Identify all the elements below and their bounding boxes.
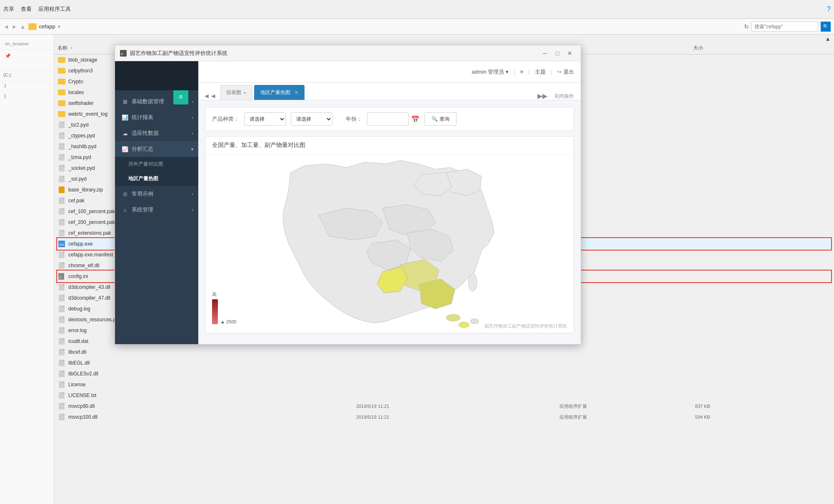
refresh-icon[interactable]: ↻ — [744, 23, 749, 30]
sidebar-item-examples[interactable]: ⊙ 常用示例 ‹ — [115, 186, 198, 202]
close-button[interactable]: ✕ — [564, 47, 576, 59]
legend-high-row: 高 — [212, 291, 236, 298]
sidebar-item-examples-label: 常用示例 — [132, 190, 153, 198]
file-item-license[interactable]: License — [57, 379, 831, 390]
stats-arrow-icon: ‹ — [192, 115, 193, 120]
search-input[interactable] — [752, 22, 818, 32]
map-area: 高 ▲ 2500 — [205, 154, 574, 333]
app-title: 园艺作物加工副产物适宜性评价统计系统 — [130, 50, 536, 57]
trend-icon: 📈 — [122, 146, 128, 152]
sidebar-toggle-button[interactable]: ≡ — [173, 90, 188, 104]
svg-point-6 — [446, 314, 460, 321]
minimize-button[interactable]: ─ — [539, 47, 551, 59]
map-container: 高 ▲ 2500 — [205, 154, 574, 333]
app-titlebar: A 园艺作物加工副产物适宜性评价统计系统 ─ □ ✕ — [115, 45, 581, 61]
sidebar-item-system[interactable]: ⌂ 系统管理 ‹ — [115, 202, 198, 218]
address-right: ↻ 🔍 — [744, 22, 831, 32]
address-folder: cefapp — [39, 23, 55, 30]
header-separator-3: | — [551, 69, 552, 75]
nav-item-browser[interactable]: 📌 — [0, 52, 54, 60]
app-content: 产品种类： 请选择 请选择 年份： 📅 🔍 查询 — [198, 100, 581, 344]
header-separator-2: | — [528, 69, 529, 75]
search-button[interactable]: 🔍 — [821, 22, 831, 32]
product-select-2[interactable]: 请选择 — [291, 112, 332, 126]
up-icon[interactable]: ▲ — [20, 23, 26, 30]
layout-icon: ≡ — [520, 69, 524, 75]
drive-e: :) — [0, 81, 54, 89]
app-header: admin 管理员 ▾ | ≡ | 主题 | ↪ 退出 — [198, 61, 581, 83]
drive-c: (C:) — [0, 70, 54, 79]
calendar-icon[interactable]: 📅 — [411, 115, 419, 123]
product-select-1[interactable]: 请选择 — [244, 112, 286, 126]
base-data-arrow-icon: ‹ — [192, 99, 193, 104]
home-icon: ⌂ — [122, 207, 128, 213]
tab-next-button[interactable]: ▶▶ — [536, 92, 549, 100]
examples-icon: ⊙ — [122, 191, 128, 197]
stats-icon: 📊 — [122, 114, 128, 121]
tab-close-ops[interactable]: 关闭操作 — [551, 93, 577, 100]
svg-text:A: A — [121, 52, 123, 56]
submenu-yearly-chart[interactable]: 历年产量对比图 — [115, 157, 198, 171]
forward-icon[interactable]: ► — [12, 23, 17, 30]
toolbar-view[interactable]: 查看 — [21, 5, 32, 13]
query-label: 查询 — [439, 116, 449, 123]
adapt-arrow-icon: ‹ — [192, 131, 193, 136]
sidebar-item-adapt[interactable]: ☁ 适应性数据 ‹ — [115, 125, 198, 141]
logout-button[interactable]: ↪ 退出 — [557, 68, 574, 76]
file-item-msvcp90[interactable]: msvcp90.dll 2019/5/19 11:21 应用程序扩展 837 K… — [57, 401, 831, 412]
explorer-address-bar: ◄ ► ▲ cefapp ▾ ↻ 🔍 — [0, 19, 834, 35]
toolbar-tools[interactable]: 应用程序工具 — [38, 5, 71, 13]
logout-icon: ↪ — [557, 69, 562, 75]
sidebar-item-stats[interactable]: 📊 统计报表 ‹ — [115, 109, 198, 125]
toolbar-share[interactable]: 共享 — [3, 5, 14, 13]
tab-regional-heatmap-label: 地区产量热图 — [260, 89, 290, 96]
analysis-arrow-icon: ▾ — [191, 147, 193, 151]
back-icon[interactable]: ◄ — [3, 23, 9, 30]
theme-button[interactable]: 主题 — [535, 68, 546, 76]
file-item-libegl[interactable]: libEGL.dll — [57, 358, 831, 368]
sidebar-item-adapt-label: 适应性数据 — [132, 129, 159, 137]
app-window: A 园艺作物加工副产物适宜性评价统计系统 ─ □ ✕ ≡ ⊞ — [115, 45, 581, 345]
maximize-button[interactable]: □ — [552, 47, 563, 59]
grid-icon: ⊞ — [122, 99, 128, 105]
sidebar-nav: on_browser 📌 (C:) :) :) — [0, 35, 54, 504]
admin-dropdown[interactable]: admin 管理员 ▾ — [472, 68, 509, 76]
query-search-icon: 🔍 — [432, 116, 438, 122]
examples-arrow-icon: ‹ — [192, 192, 193, 196]
sidebar-item-base-data-label: 基础数据管理 — [132, 98, 164, 105]
app-controls: ─ □ ✕ — [539, 47, 576, 59]
app-watermark: 园艺作物加工副产物适宜性评价统计系统 — [484, 323, 567, 329]
tab-regional-heatmap[interactable]: 地区产量热图 ✕ — [254, 85, 305, 100]
app-title-icon: A — [120, 50, 127, 57]
tab-dashboard[interactable]: 仪表图 ● — [220, 85, 252, 100]
help-icon[interactable]: ? — [827, 5, 831, 13]
col-size-header[interactable]: 大小 — [693, 45, 831, 52]
tab-dashboard-label: 仪表图 — [226, 89, 241, 96]
sidebar-item-analysis[interactable]: 📈 分析汇总 ▾ — [115, 141, 198, 157]
tab-close-icon[interactable]: ✕ — [295, 90, 298, 95]
layout-button[interactable]: ≡ — [520, 69, 524, 75]
file-item-libgles[interactable]: libGLESv2.dll — [57, 368, 831, 379]
year-input-box: 📅 — [367, 112, 419, 126]
legend-box: 高 ▲ 2500 — [212, 291, 236, 324]
folder-icon — [28, 23, 37, 30]
file-item-license-txt[interactable]: LICENSE.txt — [57, 390, 831, 401]
cloud-icon: ☁ — [122, 130, 128, 137]
admin-label: admin 管理员 — [472, 68, 504, 76]
address-expand[interactable]: ▾ — [58, 24, 60, 30]
submenu-regional-heatmap[interactable]: 地区产量热图 — [115, 171, 198, 186]
file-item-msvcp100[interactable]: msvcp100.dll 2019/5/19 11:21 应用程序扩展 594 … — [57, 412, 831, 422]
sidebar-logo — [115, 61, 198, 90]
tab-prev-button[interactable]: ◄◄ — [202, 92, 218, 100]
year-input[interactable] — [367, 112, 409, 126]
app-main: admin 管理员 ▾ | ≡ | 主题 | ↪ 退出 ◄◄ — [198, 61, 581, 344]
svg-point-8 — [470, 319, 479, 324]
file-item-libcef[interactable]: libcef.dll — [57, 347, 831, 358]
query-button[interactable]: 🔍 查询 — [424, 112, 457, 126]
logout-label: 退出 — [563, 68, 574, 76]
app-sidebar: ≡ ⊞ 基础数据管理 ‹ 📊 统计报表 ‹ ☁ 适应性数据 ‹ — [115, 61, 198, 344]
year-label: 年份： — [346, 115, 362, 123]
address-left: ◄ ► ▲ cefapp ▾ — [3, 23, 741, 30]
svg-text:ini: ini — [59, 276, 61, 278]
svg-text:exe: exe — [59, 243, 64, 246]
